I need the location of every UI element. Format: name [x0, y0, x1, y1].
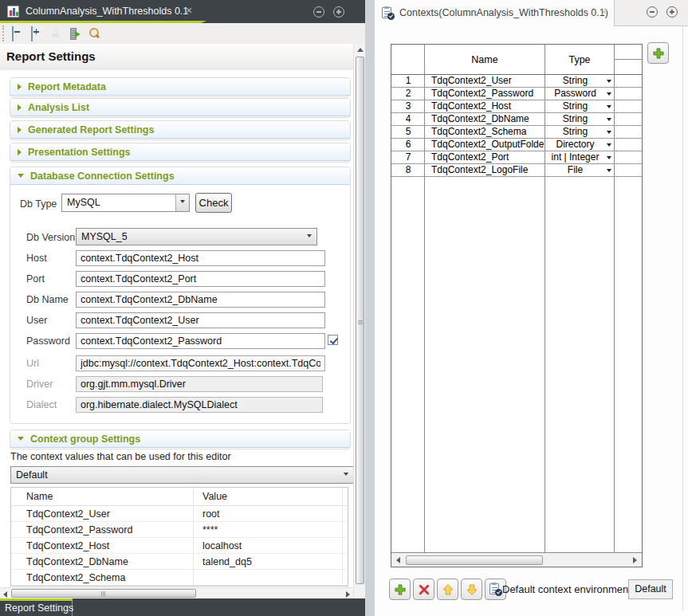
variable-type-dropdown[interactable]: Password [545, 88, 615, 100]
variable-type-dropdown[interactable]: String [545, 100, 615, 112]
section-header-generated-report-settings[interactable]: Generated Report Settings [10, 121, 350, 139]
move-down-button[interactable] [461, 579, 482, 600]
remove-variable-button[interactable] [413, 579, 434, 600]
section-header-presentation-settings[interactable]: Presentation Settings [10, 143, 350, 161]
horizontal-scrollbar[interactable] [391, 552, 642, 567]
dbname-input[interactable] [76, 292, 325, 308]
password-input[interactable] [76, 333, 325, 349]
vertical-scrollbar[interactable] [353, 44, 365, 598]
minimize-icon[interactable] [313, 6, 324, 18]
section-header-context-group-settings[interactable]: Context group Settings [10, 430, 350, 448]
variable-name-cell[interactable]: TdqContext2_Schema [425, 126, 545, 138]
add-variable-button[interactable] [389, 579, 411, 600]
minimize-icon[interactable] [647, 6, 658, 18]
variable-row-number: 6 [391, 139, 425, 151]
context-variable-row[interactable]: 6TdqContext2_OutputFoldeDirectory [391, 139, 642, 151]
move-up-button[interactable] [437, 579, 458, 600]
context-variable-row[interactable]: 5TdqContext2_SchemaString [391, 126, 642, 139]
chevron-down-icon [607, 131, 611, 134]
context-value-row[interactable]: TdqContext2_DbNametalend_dq5 [11, 554, 348, 570]
maximize-icon[interactable] [333, 6, 344, 18]
column-header-name: Name [424, 45, 545, 75]
db-type-value: MySQL [67, 197, 100, 208]
arrow-down-icon [466, 583, 478, 596]
user-input[interactable] [76, 312, 325, 328]
variable-name-cell[interactable]: TdqContext2_DbName [425, 113, 545, 125]
variable-type-dropdown[interactable]: File [545, 164, 615, 176]
bottom-tab-label: Report Settings [5, 602, 73, 614]
context-value-value: localhost [202, 540, 242, 551]
variable-name-cell[interactable]: TdqContext2_Host [425, 100, 545, 112]
toolbar-drag-handle[interactable] [2, 26, 4, 41]
context-variable-row[interactable]: 7TdqContext2_Portint | Integer [391, 151, 642, 164]
variable-extra-cell [615, 126, 642, 138]
maximize-icon[interactable] [666, 6, 678, 18]
scroll-up-icon[interactable] [357, 48, 364, 52]
variable-type-dropdown[interactable]: String [545, 113, 615, 125]
variable-name-cell[interactable]: TdqContext2_Password [425, 88, 545, 100]
context-value-row[interactable]: TdqContext2_Hostlocalhost [11, 538, 348, 554]
context-value-row[interactable]: TdqContext2_Schema [11, 570, 348, 586]
chevron-down-icon [607, 169, 611, 172]
chevron-down-icon[interactable] [303, 229, 316, 245]
contexts-tab-bar: Contexts(ColumnAnalysis_WithThresholds 0… [375, 0, 688, 26]
context-variable-row[interactable]: 2TdqContext2_PasswordPassword [391, 88, 642, 100]
chevron-right-icon [18, 84, 22, 90]
run-report-icon[interactable] [69, 27, 81, 40]
section-label: Presentation Settings [28, 147, 131, 158]
variable-name-cell[interactable]: TdqContext2_User [425, 75, 545, 87]
chevron-right-icon [18, 127, 22, 133]
expand-all-icon[interactable] [30, 27, 43, 40]
add-context-button[interactable] [647, 42, 669, 64]
horizontal-scrollbar[interactable] [0, 587, 353, 598]
contexts-tab-title: Contexts(ColumnAnalysis_WithThresholds 0… [399, 7, 608, 18]
save-icon[interactable] [49, 27, 62, 40]
context-value-row[interactable]: TdqContext2_Password**** [11, 522, 348, 538]
context-variable-row[interactable]: 4TdqContext2_DbNameString [391, 113, 642, 126]
chevron-down-icon[interactable] [340, 467, 353, 483]
search-icon[interactable] [88, 27, 100, 40]
variable-type-dropdown[interactable]: String [545, 126, 615, 138]
context-variable-row[interactable]: 8TdqContext2_LogoFileFile [391, 164, 642, 177]
password-hide-checkbox[interactable] [328, 335, 338, 345]
variable-type-dropdown[interactable]: int | Integer [545, 151, 615, 163]
bottom-tab-report-settings[interactable]: Report Settings [0, 598, 73, 616]
check-button[interactable]: Check [195, 193, 232, 213]
scrollbar-thumb[interactable] [11, 589, 196, 598]
collapse-all-icon[interactable] [11, 27, 24, 40]
db-version-combo[interactable]: MYSQL_5 [76, 228, 317, 245]
variable-type-dropdown[interactable]: String [545, 75, 615, 87]
context-variable-row[interactable]: 1TdqContext2_UserString [391, 75, 642, 88]
section-header-database-connection-settings[interactable]: Database Connection Settings [10, 167, 350, 185]
variable-type-dropdown[interactable]: Directory [545, 139, 615, 151]
report-editor-panel: ColumnAnalysis_WithThresholds 0.1 × Repo… [0, 0, 365, 616]
port-input[interactable] [76, 271, 325, 287]
variable-name-cell[interactable]: TdqContext2_Port [425, 151, 545, 163]
context-values-header: Name Value [11, 488, 348, 506]
context-variable-row[interactable]: 3TdqContext2_HostString [391, 100, 642, 113]
scroll-left-icon[interactable] [3, 591, 7, 598]
chevron-down-icon[interactable] [175, 194, 189, 211]
scroll-left-icon[interactable] [396, 557, 400, 563]
context-group-combo[interactable]: Default [10, 466, 354, 484]
scrollbar-thumb[interactable] [406, 555, 543, 565]
db-type-combo[interactable]: MySQL [61, 194, 190, 212]
host-input[interactable] [76, 250, 325, 266]
variable-extra-cell [615, 164, 642, 176]
scroll-right-icon[interactable] [346, 591, 350, 598]
contexts-tab[interactable]: Contexts(ColumnAnalysis_WithThresholds 0… [375, 0, 615, 26]
variable-extra-cell [615, 88, 642, 100]
context-values-table: Name Value TdqContext2_UserrootTdqContex… [10, 487, 348, 587]
variable-name-cell[interactable]: TdqContext2_OutputFolde [425, 139, 545, 151]
default-environment-button[interactable]: Default [628, 579, 673, 599]
section-header-report-metadata[interactable]: Report Metadata [10, 78, 350, 96]
close-icon[interactable]: × [601, 6, 607, 18]
context-value-row[interactable]: TdqContext2_Userroot [11, 506, 348, 522]
scroll-right-icon[interactable] [633, 557, 637, 563]
scrollbar-thumb[interactable] [356, 57, 364, 584]
host-label: Host [26, 253, 47, 264]
variable-name-cell[interactable]: TdqContext2_LogoFile [425, 164, 545, 176]
close-icon[interactable]: × [186, 4, 192, 17]
section-header-analysis-list[interactable]: Analysis List [10, 99, 350, 116]
editor-tab-report[interactable]: ColumnAnalysis_WithThresholds 0.1 × [0, 0, 202, 23]
